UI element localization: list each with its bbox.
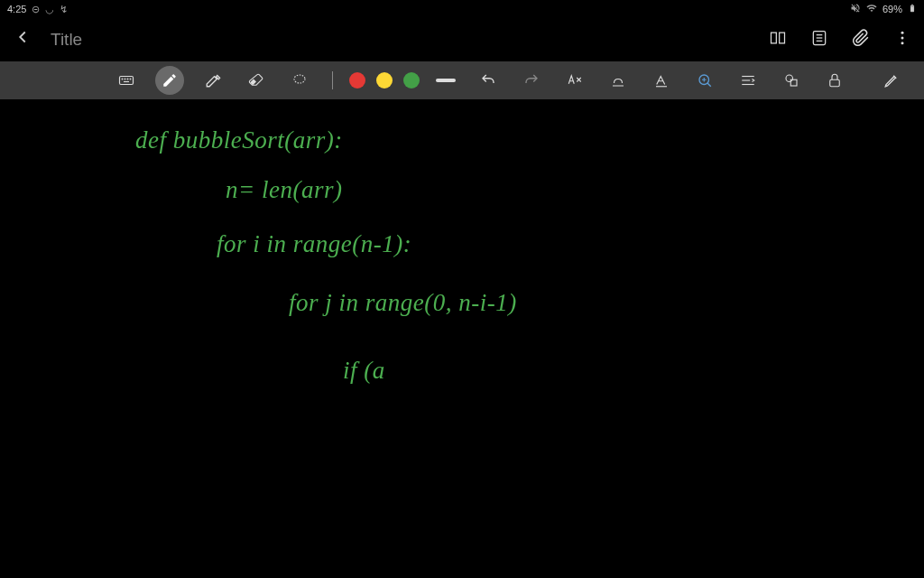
handwriting-line-1: def bubbleSort(arr):	[135, 126, 343, 154]
svg-point-9	[122, 79, 123, 79]
note-header: Title	[0, 18, 924, 61]
shape-tool[interactable]	[777, 66, 806, 95]
svg-rect-23	[830, 79, 840, 87]
svg-point-12	[130, 79, 131, 79]
edit-toggle[interactable]	[877, 66, 906, 95]
svg-line-17	[707, 83, 711, 87]
status-bar: 4:25 ⊝ ◡ ↯ 69%	[0, 0, 924, 18]
handwriting-line-4: for j in range(0, n-i-1)	[289, 289, 517, 317]
svg-point-6	[901, 36, 904, 39]
page-options-icon[interactable]	[810, 29, 828, 51]
toolbar-divider	[332, 71, 333, 89]
mute-icon	[850, 3, 861, 15]
svg-point-7	[901, 42, 904, 44]
battery-percent: 69%	[882, 4, 902, 14]
lock-tool[interactable]	[820, 66, 849, 95]
easy-writing-tool[interactable]	[604, 66, 633, 95]
undo-button[interactable]	[474, 66, 503, 95]
drawing-canvas[interactable]: def bubbleSort(arr): n= len(arr) for i i…	[0, 99, 924, 578]
svg-point-5	[901, 31, 904, 33]
text-style-tool[interactable]	[647, 66, 676, 95]
stroke-thickness[interactable]	[436, 79, 456, 82]
status-misc-icon: ↯	[60, 4, 68, 15]
svg-point-14	[294, 75, 305, 83]
status-time: 4:25	[7, 4, 26, 14]
keyboard-tool[interactable]	[112, 66, 141, 95]
lasso-tool[interactable]	[285, 66, 314, 95]
back-button[interactable]	[13, 27, 32, 52]
attach-icon[interactable]	[852, 29, 870, 51]
svg-point-11	[127, 79, 128, 79]
color-green[interactable]	[403, 72, 420, 89]
svg-point-21	[786, 75, 793, 82]
align-tool[interactable]	[734, 66, 762, 95]
status-do-not-disturb-icon: ◡	[45, 4, 54, 15]
page-title[interactable]: Title	[51, 30, 751, 50]
battery-icon	[908, 2, 917, 16]
handwriting-line-2: n= len(arr)	[226, 176, 342, 204]
color-yellow[interactable]	[376, 72, 393, 89]
more-options-icon[interactable]	[893, 29, 911, 51]
handwriting-line-3: for i in range(n-1):	[217, 230, 411, 258]
highlighter-tool[interactable]	[155, 66, 184, 95]
wifi-icon	[866, 3, 877, 15]
svg-point-10	[125, 79, 125, 79]
eraser-tool[interactable]	[242, 66, 271, 95]
handwriting-line-5: if (a	[343, 357, 385, 385]
svg-rect-8	[120, 77, 134, 85]
status-notif-icon: ⊝	[32, 4, 40, 15]
svg-rect-0	[910, 7, 913, 12]
zoom-tool[interactable]	[690, 66, 719, 95]
reading-mode-icon[interactable]	[769, 29, 787, 51]
pen-tool[interactable]	[199, 66, 227, 95]
color-red[interactable]	[349, 72, 365, 89]
redo-button[interactable]	[517, 66, 546, 95]
drawing-toolbar	[0, 61, 924, 99]
handwriting-to-text-tool[interactable]	[560, 66, 589, 95]
